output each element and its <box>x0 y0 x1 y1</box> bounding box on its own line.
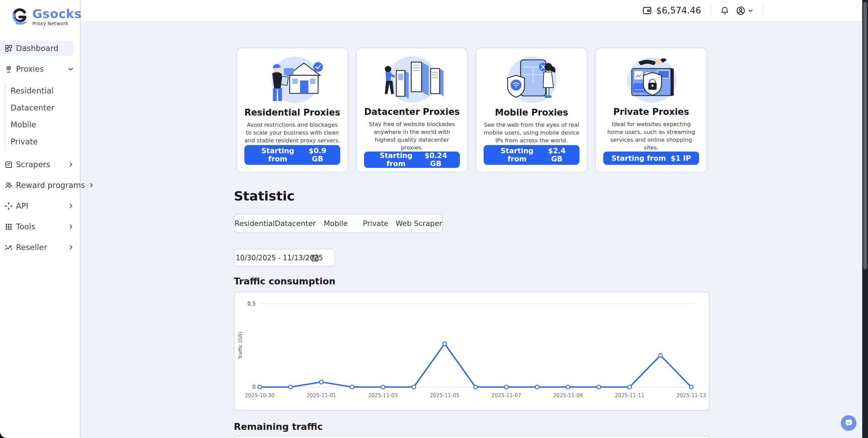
residential-starting-from-button[interactable]: Starting from $0.9 GB <box>244 145 340 165</box>
sidebar-item-scrapers[interactable]: Scrapers <box>0 157 80 172</box>
private-illustration <box>615 54 687 105</box>
tab-residential[interactable]: Residential <box>235 219 275 228</box>
svg-text:2025-10-30: 2025-10-30 <box>245 392 274 399</box>
svg-text:2025-11-13: 2025-11-13 <box>676 392 706 399</box>
sidebar-subitem-residential[interactable]: Residential <box>11 82 80 99</box>
remaining-traffic-card <box>234 436 710 438</box>
statistic-tabs: Residential Datacenter Mobile Private We… <box>234 214 443 233</box>
private-starting-from-button[interactable]: Starting from $1 IP <box>603 152 699 165</box>
insights-icon <box>4 243 13 252</box>
sidebar-item-label: API <box>16 202 28 210</box>
subitem-label: Datacenter <box>11 103 54 112</box>
residential-proxies-card: Residential Proxies Avoid restrictions a… <box>236 48 348 172</box>
move-arrows-icon <box>4 202 13 210</box>
chevron-right-icon <box>68 223 74 230</box>
svg-text:0,5: 0,5 <box>247 301 256 307</box>
tab-web-scraper[interactable]: Web Scraper <box>396 219 442 228</box>
tab-private[interactable]: Private <box>356 219 396 228</box>
apps-grid-icon <box>4 223 13 231</box>
mobile-proxies-card: Mobile Proxies See the web from the eyes… <box>475 48 588 172</box>
chevron-down-icon <box>67 65 74 73</box>
card-description: Stay free of website blockades anywhere … <box>364 120 460 152</box>
svg-text:2025-11-09: 2025-11-09 <box>553 392 583 399</box>
sidebar-item-dashboard[interactable]: Dashboard <box>0 41 74 56</box>
svg-text:0: 0 <box>252 384 256 390</box>
tab-datacenter[interactable]: Datacenter <box>275 219 316 228</box>
sidebar-subitem-mobile[interactable]: Mobile <box>11 116 80 133</box>
subitem-label: Mobile <box>11 120 36 129</box>
mobile-starting-from-button[interactable]: Starting from $2.4 GB <box>484 145 579 165</box>
calendar-icon <box>311 253 319 262</box>
page-scrollbar[interactable] <box>862 0 868 438</box>
location-pin-icon <box>4 65 13 73</box>
wallet-icon <box>642 5 652 16</box>
svg-text:2025-11-11: 2025-11-11 <box>615 392 644 399</box>
svg-text:Traffic (GB): Traffic (GB) <box>238 332 243 360</box>
subitem-label: Private <box>11 137 38 146</box>
residential-illustration <box>257 54 328 105</box>
sidebar-subitem-datacenter[interactable]: Datacenter <box>11 99 80 116</box>
person-add-icon <box>4 181 13 190</box>
subitem-label: Residential <box>11 86 54 95</box>
price: $0.9 GB <box>303 147 332 163</box>
chevron-right-icon <box>68 161 74 168</box>
button-label: Starting from <box>611 154 666 162</box>
traffic-consumption-heading: Traffic consumption <box>234 276 710 286</box>
divider <box>763 4 764 17</box>
sidebar-subitem-private[interactable]: Private <box>11 133 80 150</box>
card-description: Ideal for websites expecting home users,… <box>603 120 699 152</box>
traffic-consumption-chart-card: 0,50Traffic (GB)2025-10-302025-11-012025… <box>234 292 710 411</box>
balance-button[interactable]: $6,574.46 <box>642 5 701 16</box>
card-description: See the web from the eyes of real mobile… <box>484 121 579 144</box>
dashboard-icon <box>4 44 13 53</box>
main-content: Residential Proxies Avoid restrictions a… <box>81 22 862 438</box>
date-range-picker[interactable]: 10/30/2025 - 11/13/2025 <box>234 249 335 267</box>
mobile-illustration <box>496 54 567 105</box>
button-label: Starting from <box>372 152 420 168</box>
sidebar-item-proxies[interactable]: Proxies <box>0 62 80 76</box>
product-cards-row: Residential Proxies Avoid restrictions a… <box>236 48 707 172</box>
tab-mobile[interactable]: Mobile <box>316 219 356 228</box>
brand-logo[interactable]: Gsocks Proxy Network <box>0 0 80 26</box>
card-description: Avoid restrictions and blockages to scal… <box>244 121 340 144</box>
scrollbar-thumb[interactable] <box>863 2 867 269</box>
button-label: Starting from <box>253 147 303 163</box>
window-corner <box>0 431 12 438</box>
sidebar-item-label: Reward programs <box>16 181 85 190</box>
brand-name: Gsocks <box>32 7 82 20</box>
card-title: Datacenter Proxies <box>364 107 459 117</box>
card-title: Residential Proxies <box>244 107 340 118</box>
datacenter-starting-from-button[interactable]: Starting from $0.24 GB <box>364 152 460 168</box>
balance-amount: $6,574.46 <box>656 5 701 16</box>
chat-bubble-icon <box>844 419 853 428</box>
sidebar-item-tools[interactable]: Tools <box>0 219 80 234</box>
button-label: Starting from <box>492 147 542 163</box>
notifications-bell-icon[interactable] <box>720 6 729 15</box>
remaining-traffic-heading: Remaining traffic <box>234 421 710 432</box>
svg-text:2025-11-01: 2025-11-01 <box>307 392 336 399</box>
card-title: Mobile Proxies <box>495 107 568 118</box>
document-icon <box>4 160 13 169</box>
account-circle-icon <box>736 6 746 16</box>
sidebar-item-label: Tools <box>16 222 35 231</box>
sidebar-item-reward-programs[interactable]: Reward programs <box>0 178 80 193</box>
price: $0.24 GB <box>420 152 452 168</box>
price: $2.4 GB <box>542 147 571 163</box>
sidebar-item-api[interactable]: API <box>0 198 80 213</box>
chevron-right-icon <box>88 182 95 189</box>
account-menu[interactable] <box>736 6 754 16</box>
sidebar-item-reseller[interactable]: Reseller <box>0 240 80 255</box>
card-title: Private Proxies <box>613 107 689 117</box>
statistic-heading: Statistic <box>234 189 710 204</box>
private-proxies-card: Private Proxies Ideal for websites expec… <box>595 48 707 172</box>
chevron-right-icon <box>68 244 74 251</box>
chat-launcher-button[interactable] <box>841 415 856 431</box>
chevron-down-icon <box>747 7 754 14</box>
traffic-consumption-chart: 0,50Traffic (GB)2025-10-302025-11-012025… <box>235 292 709 410</box>
brand-tagline: Proxy Network <box>32 21 82 26</box>
svg-text:2025-11-05: 2025-11-05 <box>430 392 459 399</box>
datacenter-illustration <box>376 54 448 105</box>
datacenter-proxies-card: Datacenter Proxies Stay free of website … <box>356 48 468 172</box>
price: $1 IP <box>671 154 691 162</box>
sidebar: Gsocks Proxy Network Dashboard <box>0 0 81 438</box>
